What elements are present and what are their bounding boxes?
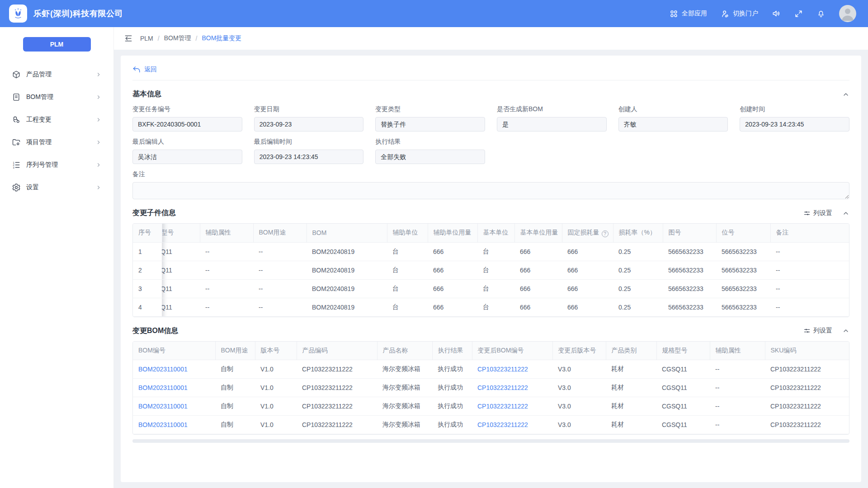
bom-no-link[interactable]: BOM2023110001 (138, 366, 188, 373)
cell-aux-unit: 台 (387, 279, 428, 298)
change-type-field[interactable]: 替换子件 (375, 117, 485, 131)
chevron-right-icon (95, 94, 102, 100)
form-field: 变更日期 2023-09-23 (254, 105, 364, 131)
breadcrumb-bar: PLM / BOM管理 / BOM批量变更 (114, 27, 868, 50)
announcement-button[interactable] (772, 9, 781, 18)
sidebar-item-engineering-change[interactable]: 工程变更 (0, 108, 113, 131)
creator-field[interactable]: 齐敏 (618, 117, 728, 131)
sidebar-collapse-icon[interactable] (124, 34, 133, 43)
cell-fixed-loss: 666 (562, 298, 613, 316)
cell-bom: BOM20240819 (307, 279, 387, 298)
cell-base-unit-qty: 666 (514, 261, 562, 279)
collapse-section-button[interactable] (842, 210, 849, 217)
breadcrumb-item-bom[interactable]: BOM管理 (164, 34, 191, 42)
form-field: 创建人 齐敏 (618, 105, 728, 131)
back-button[interactable]: 返回 (132, 62, 157, 77)
cell-aux-unit-qty: 666 (428, 261, 477, 279)
column-header: 产品编码 (297, 342, 377, 360)
sidebar-item-project-management[interactable]: 项目管理 (0, 131, 113, 154)
breadcrumb-item-plm[interactable]: PLM (140, 35, 153, 42)
all-apps-label: 全部应用 (682, 9, 707, 18)
cell-product-name: 海尔变频冰箱 (377, 397, 432, 416)
column-settings-button[interactable]: 列设置 (803, 209, 832, 217)
cell-spec: CGSQ11 (656, 360, 710, 379)
cell-bom-no: BOM2023110001 (133, 379, 215, 397)
new-bom-no-link[interactable]: CP103223211222 (477, 421, 528, 428)
cell-bom-usage: 自制 (215, 416, 255, 434)
last-editor-field[interactable]: 吴冰洁 (132, 150, 242, 164)
user-avatar[interactable] (839, 5, 856, 22)
fullscreen-button[interactable] (794, 9, 803, 18)
plm-app-button[interactable]: PLM (23, 37, 91, 52)
cell-sku: CP103223211222 (765, 360, 849, 379)
folder-gear-icon (12, 138, 21, 147)
notifications-button[interactable] (816, 9, 826, 18)
apps-grid-icon (670, 9, 678, 18)
cell-aux-unit-qty: 666 (428, 279, 477, 298)
speaker-icon (772, 9, 781, 18)
bom-no-link[interactable]: BOM2023110001 (138, 403, 188, 410)
table-header-row: BOM编号 BOM用途 版本号 产品编码 产品名称 执行结果 变更后BOM编号 … (133, 342, 849, 360)
column-settings-label: 列设置 (813, 209, 832, 217)
cell-product-name: 海尔变频冰箱 (377, 416, 432, 434)
cell-aux-unit: 台 (387, 242, 428, 261)
bom-no-link[interactable]: BOM2023110001 (138, 421, 188, 428)
new-bom-no-link[interactable]: CP103223211222 (477, 403, 528, 410)
cell-product-code: CP103223211222 (297, 416, 377, 434)
cell-bom-usage: -- (253, 298, 307, 316)
divider (132, 80, 849, 80)
collapse-section-button[interactable] (842, 327, 849, 334)
cell-product-name: 海尔变频冰箱 (377, 360, 432, 379)
sidebar-item-bom-management[interactable]: BOM管理 (0, 86, 113, 108)
question-circle-icon[interactable]: ? (602, 230, 609, 237)
cell-category: 耗材 (606, 397, 656, 416)
cell-new-version: V3.0 (552, 416, 606, 434)
ordered-list-icon: 1 2 3 (12, 160, 21, 169)
sidebar-item-product-management[interactable]: 产品管理 (0, 63, 113, 86)
remark-textarea[interactable] (132, 182, 849, 199)
sidebar-item-settings[interactable]: 设置 (0, 176, 113, 199)
new-bom-no-link[interactable]: CP103223211222 (477, 384, 528, 391)
switch-portal-button[interactable]: 切换门户 (721, 9, 758, 18)
section-title: 变更BOM信息 (132, 326, 178, 336)
gear-icon (12, 183, 21, 192)
change-date-field[interactable]: 2023-09-23 (254, 117, 364, 131)
form-field: 最后编辑时间 2023-09-23 14:23:45 (254, 138, 364, 164)
company-name: 乐虾(深圳)科技有限公司 (33, 8, 123, 19)
last-edit-time-field[interactable]: 2023-09-23 14:23:45 (254, 150, 364, 164)
bom-no-link[interactable]: BOM2023110001 (138, 384, 188, 391)
section-title: 基本信息 (132, 89, 161, 99)
column-header: BOM编号 (133, 342, 215, 360)
sliders-icon (803, 210, 811, 217)
child-parts-table: 序号 规格型号 辅助属性 BOM用途 BOM 辅助单位 辅助单位用量 基本单位 … (132, 223, 849, 317)
svg-text:3: 3 (13, 166, 14, 169)
chevron-right-icon (95, 162, 102, 168)
exec-result-field[interactable]: 全部失败 (375, 150, 485, 164)
detail-card: 返回 基本信息 变更任务编号 BXFK-20240305-0001 (121, 56, 861, 482)
create-time-field[interactable]: 2023-09-23 14:23:45 (740, 117, 849, 131)
cell-aux-unit-qty: 666 (428, 298, 477, 316)
column-header: 执行结果 (432, 342, 472, 360)
sidebar-item-serial-number-management[interactable]: 1 2 3 序列号管理 (0, 154, 113, 176)
cube-icon (12, 70, 21, 79)
cell-product-code: CP103223211222 (297, 379, 377, 397)
column-header: 损耗率（%） (613, 224, 663, 242)
new-bom-no-link[interactable]: CP103223211222 (477, 366, 528, 373)
breadcrumb: PLM / BOM管理 / BOM批量变更 (140, 34, 241, 42)
cell-drawing-no: 5665632233 (663, 279, 716, 298)
chevron-right-icon (95, 71, 102, 78)
horizontal-scrollbar[interactable] (132, 439, 849, 443)
cell-aux-unit: 台 (387, 298, 428, 316)
column-header-fixed-loss: 固定损耗量? (562, 224, 613, 242)
column-header: SKU编码 (765, 342, 849, 360)
cell-loss-rate: 0.25 (613, 242, 663, 261)
cell-version: V1.0 (255, 379, 297, 397)
collapse-section-button[interactable] (842, 91, 849, 98)
all-apps-button[interactable]: 全部应用 (670, 9, 707, 18)
cell-index: 1 (133, 242, 162, 261)
cell-exec-result: 执行成功 (432, 360, 472, 379)
change-task-no-field[interactable]: BXFK-20240305-0001 (132, 117, 242, 131)
generate-new-bom-field[interactable]: 是 (497, 117, 607, 131)
cell-new-version: V3.0 (552, 397, 606, 416)
column-settings-button[interactable]: 列设置 (803, 327, 832, 335)
